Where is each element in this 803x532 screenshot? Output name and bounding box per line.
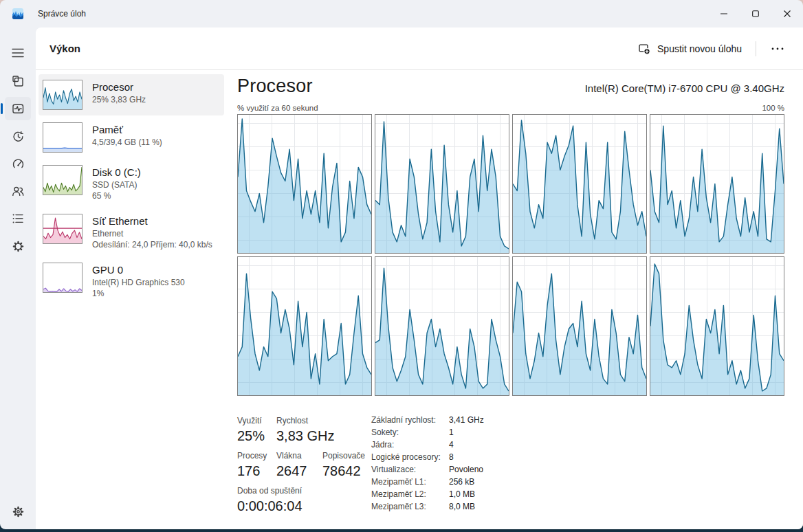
usage-label: Využití bbox=[237, 416, 276, 425]
cpu-mini-graph bbox=[43, 80, 82, 109]
cpu-detail-pane: Procesor Intel(R) Core(TM) i7-6700 CPU @… bbox=[237, 74, 784, 515]
ellipsis-icon bbox=[771, 47, 784, 50]
cpu-model-name: Intel(R) Core(TM) i7-6700 CPU @ 3.40GHz bbox=[585, 82, 784, 94]
uptime-value: 0:00:06:04 bbox=[237, 497, 302, 515]
usage-value: 25% bbox=[237, 427, 276, 445]
detail-value: 8 bbox=[449, 453, 454, 462]
sidebar-item-subtitle: 65 % bbox=[92, 190, 141, 201]
users-icon bbox=[11, 184, 25, 199]
content-panel: Výkon Spustit novou úlohu bbox=[36, 27, 803, 529]
disk-mini-graph bbox=[43, 166, 82, 195]
nav-startup-apps[interactable] bbox=[0, 150, 36, 177]
handles-label: Popisovače bbox=[322, 451, 365, 461]
run-new-task-label: Spustit novou úlohu bbox=[657, 43, 742, 54]
memory-mini-graph bbox=[43, 123, 82, 152]
sidebar-item-gpu[interactable]: GPU 0 Intel(R) HD Graphics 530 1% bbox=[38, 257, 224, 304]
more-options-button[interactable] bbox=[762, 42, 793, 56]
cpu-section-title: Procesor bbox=[237, 76, 313, 97]
task-manager-logo bbox=[12, 8, 23, 19]
sidebar-item-title: Procesor bbox=[92, 80, 146, 94]
speed-value: 3,83 GHz bbox=[276, 427, 334, 445]
detail-value: 8,0 MB bbox=[449, 502, 475, 511]
sidebar-item-subtitle: Ethernet bbox=[92, 228, 212, 239]
nav-menu-button[interactable] bbox=[0, 40, 36, 66]
chart-max-label: 100 % bbox=[762, 104, 784, 112]
detail-value: 3,41 GHz bbox=[449, 416, 484, 425]
gpu-mini-graph bbox=[43, 263, 82, 292]
speed-label: Rychlost bbox=[276, 416, 322, 425]
detail-label: Jádra: bbox=[371, 441, 449, 450]
disk-thumbnail bbox=[43, 165, 82, 195]
threads-label: Vlákna bbox=[276, 451, 322, 461]
sidebar-item-subtitle: 4,5/39,4 GB (11 %) bbox=[92, 137, 162, 148]
task-manager-window: Správce úloh bbox=[0, 0, 803, 529]
sidebar-item-disk[interactable]: Disk 0 (C:) SSD (SATA) 65 % bbox=[38, 159, 224, 207]
gpu-thumbnail bbox=[43, 263, 82, 293]
run-new-task-button[interactable]: Spustit novou úlohu bbox=[630, 38, 750, 60]
detail-value: Povoleno bbox=[449, 465, 483, 474]
sidebar-item-network[interactable]: Síť Ethernet Ethernet Odesílání: 24,0 Př… bbox=[38, 208, 224, 256]
cpu-core-graph-5[interactable] bbox=[237, 256, 372, 396]
nav-services[interactable] bbox=[0, 232, 36, 260]
window-title: Správce úloh bbox=[38, 9, 86, 19]
close-icon bbox=[784, 10, 791, 17]
cpu-core-graph-8[interactable] bbox=[650, 256, 784, 396]
detail-value: 4 bbox=[449, 441, 454, 450]
handles-value: 78642 bbox=[322, 462, 361, 480]
detail-label: Sokety: bbox=[371, 428, 449, 437]
app-history-icon bbox=[11, 129, 25, 144]
memory-thumbnail bbox=[43, 122, 82, 153]
detail-value: 256 kB bbox=[449, 478, 474, 487]
cpu-core-graph-7[interactable] bbox=[512, 256, 647, 396]
sidebar-item-memory[interactable]: Paměť 4,5/39,4 GB (11 %) bbox=[38, 117, 224, 158]
cpu-core-graph-1[interactable] bbox=[237, 114, 372, 254]
cpu-core-graph-3[interactable] bbox=[512, 114, 647, 254]
nav-settings[interactable] bbox=[0, 498, 36, 525]
cpu-core-graph-6[interactable] bbox=[375, 256, 509, 396]
maximize-button[interactable] bbox=[740, 0, 771, 27]
nav-processes[interactable] bbox=[0, 67, 36, 95]
sidebar-item-title: Síť Ethernet bbox=[92, 214, 212, 228]
startup-apps-icon bbox=[11, 157, 25, 171]
minimize-button[interactable] bbox=[708, 0, 740, 27]
navigation-rail bbox=[0, 27, 36, 529]
cpu-live-stats: Využití Rychlost 25% 3,83 GHz Procesy Vl… bbox=[237, 410, 371, 515]
detail-label: Mezipaměť L2: bbox=[371, 490, 449, 499]
minimize-icon bbox=[720, 10, 727, 17]
sidebar-item-cpu[interactable]: Procesor 25% 3,83 GHz bbox=[38, 74, 224, 115]
close-button[interactable] bbox=[771, 0, 803, 27]
detail-value: 1,0 MB bbox=[449, 490, 475, 499]
cpu-thumbnail bbox=[43, 80, 82, 110]
page-title: Výkon bbox=[50, 43, 80, 54]
nav-app-history[interactable] bbox=[0, 122, 36, 150]
nav-details[interactable] bbox=[0, 205, 36, 232]
sidebar-item-title: Disk 0 (C:) bbox=[92, 166, 141, 179]
cpu-core-graph-4[interactable] bbox=[650, 114, 784, 254]
header-divider bbox=[756, 41, 756, 56]
sidebar-item-title: Paměť bbox=[92, 123, 162, 137]
cpu-core-graph-2[interactable] bbox=[375, 114, 509, 254]
sidebar-item-subtitle: 25% 3,83 GHz bbox=[92, 94, 146, 105]
network-mini-graph bbox=[43, 214, 82, 243]
chart-axis-label: % využití za 60 sekund bbox=[237, 104, 318, 112]
settings-gear-icon bbox=[11, 505, 25, 519]
titlebar[interactable]: Správce úloh bbox=[0, 0, 803, 27]
nav-users[interactable] bbox=[0, 177, 36, 205]
processes-value: 176 bbox=[237, 462, 276, 480]
threads-value: 2647 bbox=[276, 462, 322, 480]
detail-label: Logické procesory: bbox=[371, 453, 449, 462]
cpu-spec-details: Základní rychlost:3,41 GHz Sokety:1 Jádr… bbox=[371, 410, 484, 515]
new-task-icon bbox=[638, 43, 650, 55]
logical-processor-graphs bbox=[237, 114, 784, 396]
network-thumbnail bbox=[43, 214, 82, 244]
processes-icon bbox=[11, 74, 25, 88]
services-icon bbox=[11, 239, 25, 254]
processes-label: Procesy bbox=[237, 451, 276, 461]
details-icon bbox=[11, 212, 25, 225]
uptime-label: Doba od spuštění bbox=[237, 486, 302, 496]
performance-sidebar: Procesor 25% 3,83 GHz Paměť 4,5/39,4 GB … bbox=[38, 74, 224, 515]
maximize-icon bbox=[752, 10, 759, 17]
nav-performance[interactable] bbox=[0, 95, 36, 122]
hamburger-icon bbox=[12, 48, 24, 58]
detail-label: Základní rychlost: bbox=[371, 416, 449, 425]
